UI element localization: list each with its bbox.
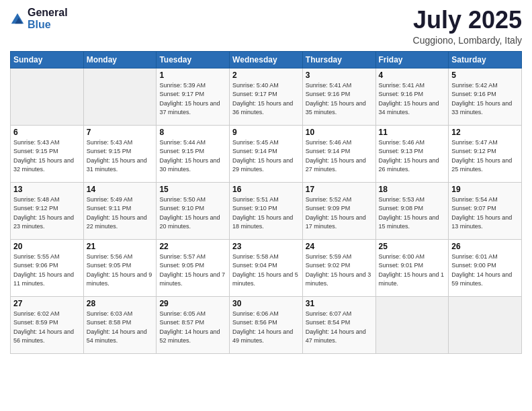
logo: General Blue <box>10 7 68 30</box>
calendar-cell: 30 Sunrise: 6:06 AMSunset: 8:56 PMDaylig… <box>230 296 303 353</box>
day-detail: Sunrise: 6:00 AMSunset: 9:01 PMDaylight:… <box>379 253 446 289</box>
day-detail: Sunrise: 5:41 AMSunset: 9:16 PMDaylight:… <box>379 81 446 118</box>
day-number: 12 <box>451 128 519 137</box>
day-detail: Sunrise: 5:55 AMSunset: 9:06 PMDaylight:… <box>13 253 81 289</box>
day-detail: Sunrise: 5:42 AMSunset: 9:16 PMDaylight:… <box>451 81 519 118</box>
day-number: 6 <box>13 128 81 137</box>
calendar-cell: 26 Sunrise: 6:01 AMSunset: 9:00 PMDaylig… <box>449 239 522 296</box>
weekday-header-thursday: Thursday <box>302 51 375 68</box>
day-number: 14 <box>87 185 154 194</box>
day-number: 29 <box>159 299 226 308</box>
calendar-cell: 6 Sunrise: 5:43 AMSunset: 9:15 PMDayligh… <box>11 125 84 182</box>
day-number: 17 <box>306 185 373 194</box>
calendar-cell: 25 Sunrise: 6:00 AMSunset: 9:01 PMDaylig… <box>375 239 449 296</box>
location: Cuggiono, Lombardy, Italy <box>413 35 522 46</box>
day-detail: Sunrise: 6:03 AMSunset: 8:58 PMDaylight:… <box>87 310 154 346</box>
day-detail: Sunrise: 5:51 AMSunset: 9:10 PMDaylight:… <box>232 195 300 232</box>
calendar-cell: 14 Sunrise: 5:49 AMSunset: 9:11 PMDaylig… <box>83 182 157 239</box>
day-detail: Sunrise: 5:43 AMSunset: 9:15 PMDaylight:… <box>13 138 81 175</box>
day-number: 13 <box>13 185 81 194</box>
day-number: 10 <box>306 128 373 137</box>
calendar-cell: 11 Sunrise: 5:46 AMSunset: 9:13 PMDaylig… <box>375 125 449 182</box>
calendar-cell: 9 Sunrise: 5:45 AMSunset: 9:14 PMDayligh… <box>230 125 303 182</box>
weekday-header-wednesday: Wednesday <box>230 51 303 68</box>
day-number: 8 <box>159 128 226 137</box>
calendar-cell: 24 Sunrise: 5:59 AMSunset: 9:02 PMDaylig… <box>302 239 375 296</box>
calendar-cell: 4 Sunrise: 5:41 AMSunset: 9:16 PMDayligh… <box>375 68 449 125</box>
calendar-cell: 1 Sunrise: 5:39 AMSunset: 9:17 PMDayligh… <box>157 68 230 125</box>
calendar-cell <box>83 68 157 125</box>
weekday-header-friday: Friday <box>375 51 449 68</box>
day-detail: Sunrise: 6:07 AMSunset: 8:54 PMDaylight:… <box>306 310 373 346</box>
weekday-header-sunday: Sunday <box>11 51 84 68</box>
day-number: 27 <box>13 299 81 308</box>
week-row-4: 20 Sunrise: 5:55 AMSunset: 9:06 PMDaylig… <box>11 239 522 296</box>
calendar-cell: 23 Sunrise: 5:58 AMSunset: 9:04 PMDaylig… <box>230 239 303 296</box>
day-number: 19 <box>451 185 519 194</box>
day-number: 16 <box>232 185 300 194</box>
day-detail: Sunrise: 5:58 AMSunset: 9:04 PMDaylight:… <box>232 253 300 289</box>
day-detail: Sunrise: 5:43 AMSunset: 9:15 PMDaylight:… <box>87 138 154 175</box>
page: General Blue July 2025 Cuggiono, Lombard… <box>0 0 532 411</box>
day-number: 20 <box>13 242 81 251</box>
day-detail: Sunrise: 5:45 AMSunset: 9:14 PMDaylight:… <box>232 138 300 175</box>
day-detail: Sunrise: 5:44 AMSunset: 9:15 PMDaylight:… <box>159 138 226 175</box>
calendar-cell: 19 Sunrise: 5:54 AMSunset: 9:07 PMDaylig… <box>449 182 522 239</box>
day-number: 9 <box>232 128 300 137</box>
day-number: 5 <box>451 71 519 80</box>
week-row-5: 27 Sunrise: 6:02 AMSunset: 8:59 PMDaylig… <box>11 296 522 353</box>
day-detail: Sunrise: 5:59 AMSunset: 9:02 PMDaylight:… <box>306 253 373 289</box>
weekday-header-monday: Monday <box>83 51 157 68</box>
day-number: 23 <box>232 242 300 251</box>
day-detail: Sunrise: 5:39 AMSunset: 9:17 PMDaylight:… <box>159 81 226 118</box>
day-number: 26 <box>451 242 519 251</box>
calendar-cell: 10 Sunrise: 5:46 AMSunset: 9:14 PMDaylig… <box>302 125 375 182</box>
calendar-cell: 12 Sunrise: 5:47 AMSunset: 9:12 PMDaylig… <box>449 125 522 182</box>
day-detail: Sunrise: 5:52 AMSunset: 9:09 PMDaylight:… <box>306 195 373 232</box>
day-number: 2 <box>232 71 300 80</box>
day-detail: Sunrise: 6:06 AMSunset: 8:56 PMDaylight:… <box>232 310 300 346</box>
day-detail: Sunrise: 6:02 AMSunset: 8:59 PMDaylight:… <box>13 310 81 346</box>
day-number: 11 <box>379 128 446 137</box>
month-title: July 2025 <box>413 7 522 34</box>
day-detail: Sunrise: 5:46 AMSunset: 9:14 PMDaylight:… <box>306 138 373 175</box>
day-detail: Sunrise: 5:54 AMSunset: 9:07 PMDaylight:… <box>451 195 519 232</box>
calendar-cell: 18 Sunrise: 5:53 AMSunset: 9:08 PMDaylig… <box>375 182 449 239</box>
calendar-cell: 13 Sunrise: 5:48 AMSunset: 9:12 PMDaylig… <box>11 182 84 239</box>
calendar-cell <box>11 68 84 125</box>
day-number: 1 <box>159 71 226 80</box>
logo-text: General Blue <box>28 7 68 30</box>
calendar-cell: 22 Sunrise: 5:57 AMSunset: 9:05 PMDaylig… <box>157 239 230 296</box>
calendar-cell: 15 Sunrise: 5:50 AMSunset: 9:10 PMDaylig… <box>157 182 230 239</box>
day-number: 3 <box>306 71 373 80</box>
day-number: 25 <box>379 242 446 251</box>
day-detail: Sunrise: 5:46 AMSunset: 9:13 PMDaylight:… <box>379 138 446 175</box>
calendar-cell: 7 Sunrise: 5:43 AMSunset: 9:15 PMDayligh… <box>83 125 157 182</box>
calendar-cell: 17 Sunrise: 5:52 AMSunset: 9:09 PMDaylig… <box>302 182 375 239</box>
calendar-cell <box>449 296 522 353</box>
day-detail: Sunrise: 6:05 AMSunset: 8:57 PMDaylight:… <box>159 310 226 346</box>
calendar-cell: 2 Sunrise: 5:40 AMSunset: 9:17 PMDayligh… <box>230 68 303 125</box>
week-row-1: 1 Sunrise: 5:39 AMSunset: 9:17 PMDayligh… <box>11 68 522 125</box>
calendar-cell: 3 Sunrise: 5:41 AMSunset: 9:16 PMDayligh… <box>302 68 375 125</box>
calendar-cell <box>375 296 449 353</box>
day-detail: Sunrise: 5:40 AMSunset: 9:17 PMDaylight:… <box>232 81 300 118</box>
calendar-cell: 29 Sunrise: 6:05 AMSunset: 8:57 PMDaylig… <box>157 296 230 353</box>
weekday-header-tuesday: Tuesday <box>157 51 230 68</box>
title-block: July 2025 Cuggiono, Lombardy, Italy <box>413 7 522 46</box>
calendar-table: SundayMondayTuesdayWednesdayThursdayFrid… <box>10 51 522 354</box>
day-number: 15 <box>159 185 226 194</box>
week-row-3: 13 Sunrise: 5:48 AMSunset: 9:12 PMDaylig… <box>11 182 522 239</box>
weekday-header-row: SundayMondayTuesdayWednesdayThursdayFrid… <box>11 51 522 68</box>
calendar-cell: 27 Sunrise: 6:02 AMSunset: 8:59 PMDaylig… <box>11 296 84 353</box>
day-detail: Sunrise: 5:53 AMSunset: 9:08 PMDaylight:… <box>379 195 446 232</box>
logo-icon <box>10 11 25 26</box>
day-detail: Sunrise: 5:57 AMSunset: 9:05 PMDaylight:… <box>159 253 226 289</box>
weekday-header-saturday: Saturday <box>449 51 522 68</box>
day-detail: Sunrise: 5:56 AMSunset: 9:05 PMDaylight:… <box>87 253 154 289</box>
header: General Blue July 2025 Cuggiono, Lombard… <box>10 7 522 46</box>
day-number: 18 <box>379 185 446 194</box>
day-number: 24 <box>306 242 373 251</box>
calendar-cell: 31 Sunrise: 6:07 AMSunset: 8:54 PMDaylig… <box>302 296 375 353</box>
calendar-cell: 16 Sunrise: 5:51 AMSunset: 9:10 PMDaylig… <box>230 182 303 239</box>
